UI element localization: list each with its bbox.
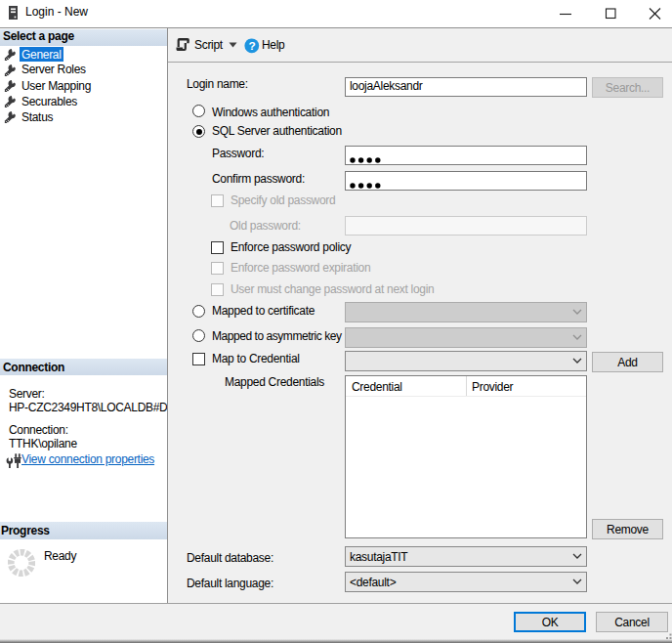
svg-text:?: ? (248, 39, 255, 53)
